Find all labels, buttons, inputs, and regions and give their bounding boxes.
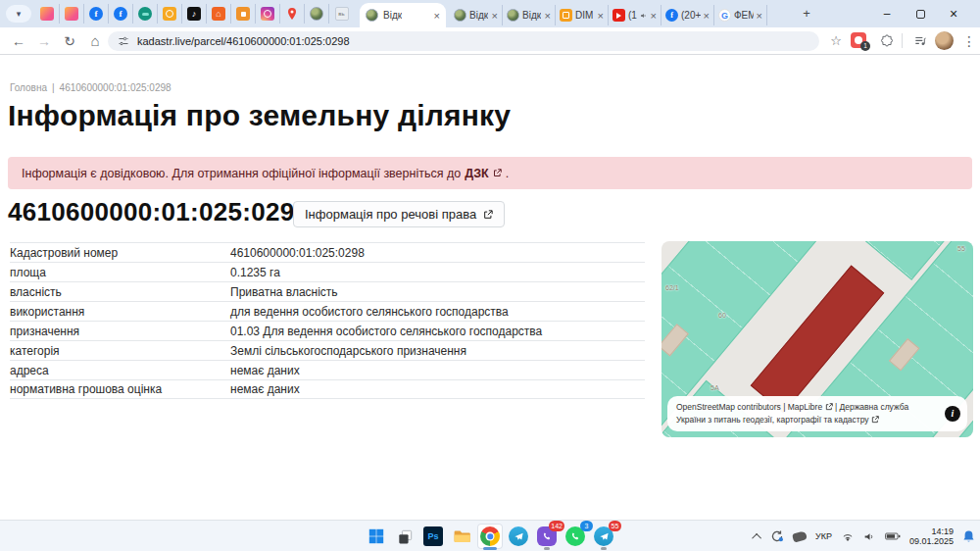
window-close-button[interactable] xyxy=(939,0,968,27)
whatsapp-button[interactable]: 3 xyxy=(563,524,588,549)
telegram-2-button[interactable]: 55 xyxy=(591,524,616,549)
sync-tray-icon[interactable] xyxy=(770,529,784,543)
viber-button[interactable]: 142 xyxy=(534,524,560,549)
tab-close-icon[interactable] xyxy=(651,10,657,22)
clock-widget[interactable]: 14:19 09.01.2025 xyxy=(909,526,954,547)
row-label: Кадастровий номер xyxy=(10,246,230,260)
window-maximize-button[interactable] xyxy=(906,0,935,27)
tab-close-icon[interactable] xyxy=(492,10,498,22)
bookmark-star-icon[interactable] xyxy=(825,27,847,54)
telegram-button[interactable] xyxy=(506,524,531,549)
pinned-tab-misc[interactable]: вь xyxy=(329,4,354,24)
tray-time: 14:19 xyxy=(909,526,954,537)
extensions-puzzle-icon[interactable] xyxy=(876,27,898,54)
row-label: площа xyxy=(10,266,230,279)
battery-icon[interactable] xyxy=(885,531,901,541)
new-tab-button[interactable] xyxy=(799,6,814,22)
tab-kadastr-3[interactable]: Відк xyxy=(503,5,556,25)
external-link-icon xyxy=(493,169,502,177)
adblock-extension-icon[interactable]: 1 xyxy=(851,32,866,48)
address-bar[interactable]: kadastr.live/parcel/4610600000:01:025:02… xyxy=(108,31,819,51)
tab-close-icon[interactable] xyxy=(545,10,551,22)
windows-taskbar: Ps 142 xyxy=(0,520,980,551)
photoshop-button[interactable]: Ps xyxy=(420,524,446,549)
tab-youtube[interactable]: (1 xyxy=(609,5,662,25)
map-label: 60 xyxy=(718,312,726,319)
url-text: kadastr.live/parcel/4610600000:01:025:02… xyxy=(137,35,350,47)
window-minimize-button[interactable] xyxy=(872,0,902,27)
notification-bell-icon[interactable] xyxy=(962,529,975,543)
tab-close-icon[interactable] xyxy=(757,10,762,22)
pinned-tab-teal-app[interactable] xyxy=(133,4,158,24)
map-label: 62/1 xyxy=(665,284,679,291)
tab-close-icon[interactable] xyxy=(434,10,440,22)
attribution-info-icon[interactable]: i xyxy=(945,406,960,422)
row-value: 4610600000:01:025:0298 xyxy=(230,246,365,260)
mouse-tray-icon[interactable] xyxy=(792,530,808,542)
tab-kadastr-2[interactable]: Відк xyxy=(450,5,503,25)
tab-search-button[interactable] xyxy=(6,5,31,23)
parcel-map[interactable]: 62/1 60 5А 55 OpenStreetMap contributors… xyxy=(662,241,973,437)
viber-badge: 142 xyxy=(549,521,564,531)
property-rights-button[interactable]: Інформація про речові права xyxy=(293,201,505,227)
language-indicator[interactable]: УКР xyxy=(815,531,832,541)
tray-expand-icon[interactable] xyxy=(752,532,761,542)
map-pin-icon xyxy=(285,7,299,21)
tab-facebook[interactable]: f (20+ xyxy=(662,5,714,25)
back-button[interactable] xyxy=(8,27,29,54)
profile-avatar[interactable] xyxy=(935,31,954,50)
start-button[interactable] xyxy=(364,524,389,549)
task-view-icon xyxy=(397,528,414,545)
pinned-tab-facebook-1[interactable]: f xyxy=(84,4,109,24)
clock-icon xyxy=(163,7,176,21)
media-controls-icon[interactable] xyxy=(909,27,931,54)
extension-badge: 1 xyxy=(860,41,870,51)
pinned-tab-instagram[interactable] xyxy=(256,4,280,24)
tab-audio-icon xyxy=(640,12,648,20)
breadcrumb-home-link[interactable]: Головна xyxy=(10,82,47,93)
dzk-link[interactable]: ДЗК xyxy=(465,167,489,180)
alert-suffix: . xyxy=(506,167,509,180)
info-alert-banner: Інформація є довідковою. Для отримання о… xyxy=(8,157,972,189)
orange-app-icon xyxy=(236,7,250,21)
tab-dim[interactable]: DIM xyxy=(556,5,609,25)
globe-icon xyxy=(310,7,323,21)
browser-menu-icon[interactable] xyxy=(958,27,980,54)
flame-icon xyxy=(40,7,54,21)
row-value: немає даних xyxy=(230,382,300,396)
pinned-tab-flame-2[interactable] xyxy=(60,4,84,24)
tab-active-kadastr[interactable]: Відк xyxy=(360,3,446,27)
reload-button[interactable] xyxy=(59,27,80,54)
pinned-tab-realty[interactable]: ⌂ xyxy=(207,4,231,24)
chrome-button[interactable] xyxy=(477,524,503,549)
home-button[interactable] xyxy=(84,27,106,54)
flame-icon xyxy=(65,7,78,21)
breadcrumb-separator: | xyxy=(52,82,55,93)
task-view-button[interactable] xyxy=(392,524,417,549)
pinned-tab-yellow-app[interactable] xyxy=(158,4,182,24)
row-value: Приватна власність xyxy=(230,285,338,299)
volume-icon[interactable] xyxy=(863,531,876,542)
pinned-tab-flame-1[interactable] xyxy=(35,4,60,24)
house-icon: ⌂ xyxy=(212,7,225,21)
pinned-tab-tiktok[interactable]: ♪ xyxy=(182,4,207,24)
pinned-tabs: f f ♪ ⌂ вь xyxy=(35,4,354,24)
maximize-icon xyxy=(916,10,925,19)
tiktok-icon: ♪ xyxy=(187,7,201,21)
pinned-tab-orange-app[interactable] xyxy=(231,4,256,24)
breadcrumb: Головна | 4610600000:01:025:0298 xyxy=(10,82,172,93)
pinned-tab-facebook-2[interactable]: f xyxy=(109,4,133,24)
facebook-favicon: f xyxy=(665,9,678,22)
file-explorer-button[interactable] xyxy=(449,524,474,549)
pinned-tab-kadastr[interactable] xyxy=(305,4,329,24)
wifi-icon[interactable] xyxy=(841,531,855,542)
pinned-tab-google-maps[interactable] xyxy=(280,4,305,24)
site-info-icon[interactable] xyxy=(118,35,129,47)
tab-close-icon[interactable] xyxy=(704,10,710,22)
tab-google[interactable]: G ФЕМ xyxy=(714,5,767,25)
tab-label: (1 xyxy=(628,10,637,21)
youtube-favicon xyxy=(612,9,625,22)
attribution-osm-maplibre[interactable]: OpenStreetMap contributors | MapLibre xyxy=(676,402,822,412)
forward-button[interactable] xyxy=(33,27,55,54)
tab-close-icon[interactable] xyxy=(598,10,604,22)
